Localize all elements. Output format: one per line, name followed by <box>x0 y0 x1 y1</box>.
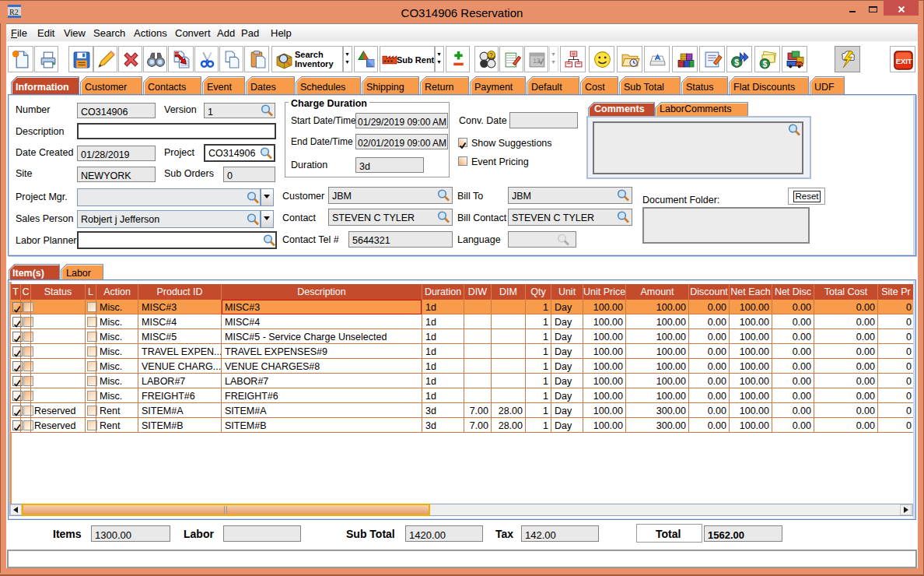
svg-text:Event: Event <box>207 82 232 93</box>
svg-text:Payment: Payment <box>474 82 513 93</box>
svg-text:Flat Discounts: Flat Discounts <box>733 82 795 93</box>
svg-text:Sub Total: Sub Total <box>624 82 664 93</box>
svg-text:Item(s): Item(s) <box>12 268 44 279</box>
svg-text:$: $ <box>734 58 739 67</box>
svg-text:Default: Default <box>531 82 562 93</box>
svg-text:Labor: Labor <box>66 268 91 279</box>
svg-text:?: ? <box>489 51 493 59</box>
svg-text:$: $ <box>762 60 767 68</box>
svg-text:UDF: UDF <box>814 82 835 93</box>
svg-text:Dates: Dates <box>250 82 276 93</box>
svg-text:Return: Return <box>425 82 454 93</box>
svg-text:Information: Information <box>16 82 69 93</box>
svg-text:Customer: Customer <box>85 82 127 93</box>
svg-text:Comments: Comments <box>594 104 645 114</box>
svg-text:EXIT: EXIT <box>896 58 912 65</box>
svg-text:Status: Status <box>686 82 713 93</box>
svg-text:Cost: Cost <box>585 82 605 93</box>
svg-text:LaborComments: LaborComments <box>660 104 731 114</box>
svg-text:Shipping: Shipping <box>366 82 404 93</box>
svg-text:Contacts: Contacts <box>148 82 186 93</box>
svg-text:Schedules: Schedules <box>300 82 345 93</box>
